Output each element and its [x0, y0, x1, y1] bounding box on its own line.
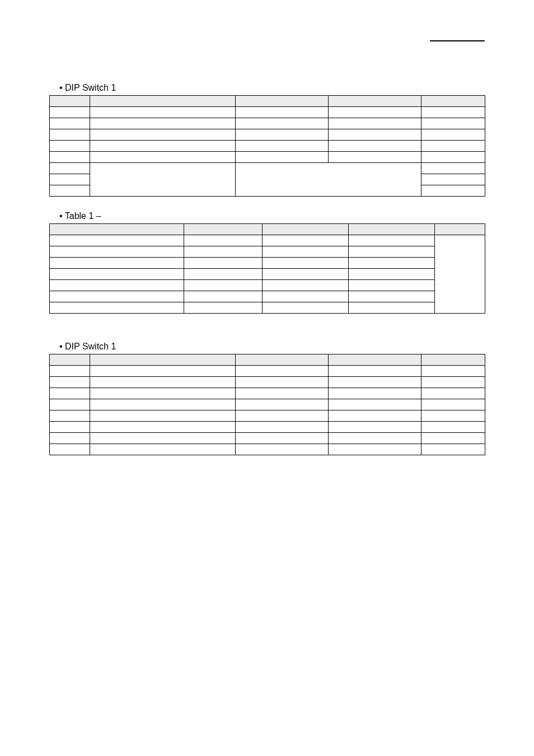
td [236, 410, 329, 422]
td [50, 433, 90, 444]
td [349, 291, 435, 302]
td [421, 174, 485, 185]
td [236, 399, 329, 410]
table-row [50, 141, 485, 152]
td [329, 118, 421, 129]
td [236, 422, 329, 433]
th [90, 96, 236, 107]
table-row [50, 163, 485, 174]
table-row [50, 258, 485, 269]
td [421, 129, 485, 141]
td [90, 444, 236, 455]
table-header-row [50, 354, 485, 366]
td [263, 291, 349, 302]
td [50, 258, 184, 269]
table-row [50, 388, 485, 399]
td [90, 377, 236, 388]
td [236, 107, 329, 118]
td [90, 107, 236, 118]
td [236, 152, 329, 163]
td [421, 377, 485, 388]
th [263, 224, 349, 235]
td [421, 444, 485, 455]
td [50, 141, 90, 152]
td [329, 107, 421, 118]
td [50, 185, 90, 197]
header-rule [430, 40, 485, 41]
table-row [50, 129, 485, 141]
th [50, 224, 184, 235]
table-row [50, 280, 485, 291]
table-row [50, 433, 485, 444]
td [184, 246, 263, 258]
table-row [50, 107, 485, 118]
table-dip-2 [49, 354, 485, 455]
table-row [50, 152, 485, 163]
td [50, 410, 90, 422]
table-row [50, 410, 485, 422]
table-header-row [50, 224, 485, 235]
section-title-3: • DIP Switch 1 [59, 342, 485, 352]
td [435, 235, 485, 314]
table-row [50, 444, 485, 455]
table-row [50, 377, 485, 388]
td [421, 107, 485, 118]
td [90, 129, 236, 141]
td [50, 269, 184, 280]
td [50, 280, 184, 291]
td [329, 399, 421, 410]
td [50, 118, 90, 129]
td [349, 246, 435, 258]
td [50, 377, 90, 388]
td [236, 377, 329, 388]
td [50, 422, 90, 433]
td [184, 269, 263, 280]
td [263, 302, 349, 314]
td [90, 163, 236, 197]
td [50, 388, 90, 399]
td [50, 107, 90, 118]
table-row [50, 422, 485, 433]
td [421, 410, 485, 422]
th [329, 354, 421, 366]
td [421, 152, 485, 163]
td [349, 280, 435, 291]
th [236, 96, 329, 107]
th [421, 96, 485, 107]
td [329, 129, 421, 141]
td [421, 366, 485, 377]
td [349, 269, 435, 280]
td [50, 163, 90, 174]
td [236, 163, 421, 197]
td [184, 258, 263, 269]
td [349, 235, 435, 246]
table-row [50, 399, 485, 410]
table-row [50, 246, 485, 258]
td [263, 235, 349, 246]
td [184, 302, 263, 314]
table-row [50, 366, 485, 377]
td [90, 118, 236, 129]
td [421, 141, 485, 152]
td [329, 444, 421, 455]
table-row [50, 302, 485, 314]
td [50, 152, 90, 163]
th [236, 354, 329, 366]
td [329, 388, 421, 399]
th [435, 224, 485, 235]
td [236, 141, 329, 152]
td [50, 366, 90, 377]
td [90, 141, 236, 152]
th [90, 354, 236, 366]
td [329, 410, 421, 422]
td [50, 174, 90, 185]
td [50, 399, 90, 410]
th [329, 96, 421, 107]
td [50, 246, 184, 258]
td [263, 246, 349, 258]
td [50, 302, 184, 314]
td [329, 141, 421, 152]
td [236, 433, 329, 444]
th [184, 224, 263, 235]
th [349, 224, 435, 235]
